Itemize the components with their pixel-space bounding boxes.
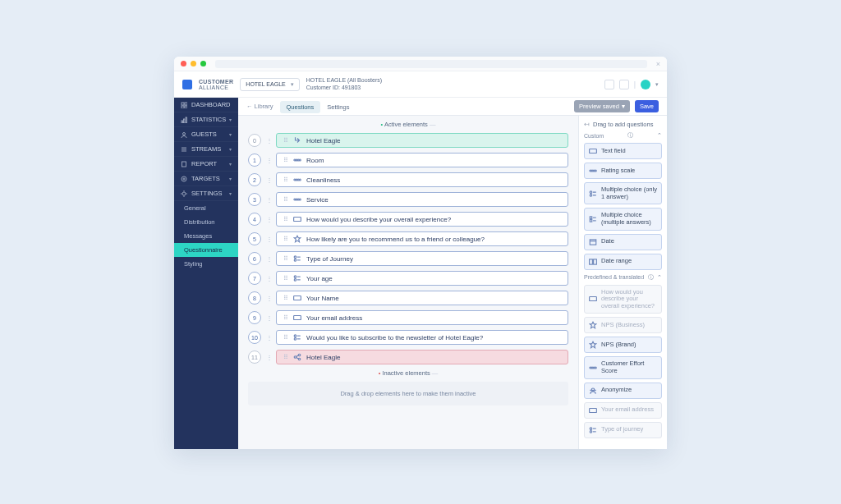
add-questions-heading: ↤ Drag to add questions	[584, 121, 662, 128]
block-label: Text field	[601, 148, 626, 155]
question-type-block[interactable]: Text field	[584, 143, 662, 159]
block-label: How would you describe your overall expe…	[601, 289, 657, 310]
preview-saved-button[interactable]: Preview saved ▾	[574, 100, 630, 112]
sidebar-item-statistics[interactable]: STATISTICS▾	[174, 112, 238, 127]
question-row: 4⋮⠿How would you describe your overall e…	[248, 212, 568, 227]
save-button[interactable]: Save	[635, 100, 659, 112]
question-type-block: Your email address	[584, 402, 662, 419]
question-type-block[interactable]: Customer Effort Score	[584, 356, 662, 378]
drag-dots-icon: ⠿	[283, 216, 288, 223]
multi-icon	[589, 215, 597, 223]
chevron-down-icon: ▾	[291, 81, 294, 88]
question-row: 0⋮⠿Hotel Eagle	[248, 133, 568, 148]
question-number: 5	[248, 232, 261, 245]
header-icon-1[interactable]	[604, 80, 614, 89]
question-card[interactable]: ⠿How would you describe your overall exp…	[276, 212, 568, 227]
question-type-block[interactable]: Date range	[584, 254, 662, 270]
question-number: 8	[248, 291, 261, 305]
question-card[interactable]: ⠿Your age	[276, 271, 568, 286]
tab-questions[interactable]: Questions	[280, 101, 321, 113]
question-card[interactable]: ⠿Room	[276, 153, 568, 167]
drag-icon: ↤	[584, 121, 590, 128]
text-icon	[293, 294, 301, 302]
sidebar-item-settings[interactable]: SETTINGS▾	[174, 186, 238, 201]
question-type-block[interactable]: Date	[584, 234, 662, 250]
sidebar-item-report[interactable]: REPORT▾	[174, 157, 238, 172]
inactive-drop-area[interactable]: Drag & drop elements here to make them i…	[248, 382, 568, 405]
question-number: 0	[248, 134, 261, 147]
question-card[interactable]: ⠿Service	[276, 192, 568, 207]
header-icon-2[interactable]	[619, 80, 629, 89]
question-card[interactable]: ⠿Your email address	[276, 310, 568, 325]
question-type-block[interactable]: Anonymize	[584, 383, 662, 399]
question-number: 7	[248, 272, 261, 285]
window-minimize-dot[interactable]	[191, 61, 196, 66]
svg-rect-46	[590, 259, 593, 263]
question-type-block[interactable]: Multiple choice (only 1 answer)	[584, 182, 662, 204]
question-card[interactable]: ⠿Type of Journey	[276, 251, 568, 266]
question-type-block[interactable]: Multiple choice (multiple answers)	[584, 208, 662, 230]
drag-handle-icon[interactable]: ⋮	[266, 157, 271, 164]
drag-handle-icon[interactable]: ⋮	[266, 275, 271, 282]
avatar-menu-chevron-icon[interactable]: ▾	[655, 81, 659, 88]
close-tab-icon[interactable]: ×	[656, 60, 660, 68]
question-type-block: Type of journey	[584, 422, 662, 438]
sidebar-subitem-general[interactable]: General	[174, 201, 238, 215]
question-card[interactable]: ⠿Would you like to subscribe to the news…	[276, 330, 568, 345]
window-titlebar: ×	[174, 57, 667, 71]
question-card[interactable]: ⠿Your Name	[276, 291, 568, 305]
drag-dots-icon: ⠿	[283, 354, 288, 361]
drag-handle-icon[interactable]: ⋮	[266, 295, 271, 302]
drag-handle-icon[interactable]: ⋮	[266, 216, 271, 223]
avatar[interactable]	[641, 80, 650, 89]
sidebar-item-guests[interactable]: GUESTS▾	[174, 127, 238, 142]
question-card[interactable]: ⠿Hotel Eagle	[276, 350, 568, 364]
sidebar-subitem-styling[interactable]: Styling	[174, 257, 238, 271]
drag-handle-icon[interactable]: ⋮	[266, 334, 271, 341]
drag-handle-icon[interactable]: ⋮	[266, 354, 271, 361]
tab-settings[interactable]: Settings	[320, 101, 356, 113]
question-type-block[interactable]: Rating scale	[584, 163, 662, 179]
single-icon	[293, 333, 301, 341]
svg-point-11	[182, 192, 186, 195]
tabs-row: ← Library QuestionsSettings Preview save…	[238, 98, 667, 116]
svg-point-28	[294, 279, 296, 282]
drag-handle-icon[interactable]: ⋮	[266, 255, 271, 263]
add-questions-panel: ↤ Drag to add questions Custom ⓘ ⌃ Text …	[578, 116, 667, 449]
guests-icon	[181, 131, 187, 138]
chevron-down-icon: ▾	[229, 176, 232, 181]
question-row: 1⋮⠿Room	[248, 153, 568, 167]
question-number: 10	[248, 331, 261, 344]
sidebar-item-targets[interactable]: TARGETS▾	[174, 172, 238, 186]
single-icon	[589, 426, 597, 434]
svg-rect-6	[186, 117, 187, 123]
block-label: Date	[601, 238, 614, 245]
svg-point-19	[299, 179, 301, 181]
sidebar-subitem-questionnaire[interactable]: Questionnaire	[174, 243, 238, 257]
drag-dots-icon: ⠿	[283, 137, 288, 144]
back-to-library-link[interactable]: ← Library	[246, 103, 273, 110]
group-toggle-custom[interactable]: Custom ⓘ ⌃	[584, 131, 662, 140]
sidebar-subitem-messages[interactable]: Messages	[174, 229, 238, 243]
drag-handle-icon[interactable]: ⋮	[266, 314, 271, 322]
block-label: Your email address	[601, 406, 654, 414]
window-zoom-dot[interactable]	[200, 61, 206, 66]
window-close-dot[interactable]	[181, 61, 186, 66]
sidebar-item-dashboard[interactable]: DASHBOARD	[174, 98, 238, 112]
question-card[interactable]: ⠿How likely are you to recommend us to a…	[276, 231, 568, 246]
sidebar-subitem-distribution[interactable]: Distribution	[174, 215, 238, 229]
drag-handle-icon[interactable]: ⋮	[266, 236, 271, 243]
drag-handle-icon[interactable]: ⋮	[266, 176, 271, 184]
group-toggle-predefined[interactable]: Predefined & translated ⓘ ⌃	[584, 273, 662, 282]
question-type-block[interactable]: NPS (Brand)	[584, 337, 662, 353]
question-card[interactable]: ⠿Hotel Eagle	[276, 133, 568, 148]
tenant-selector[interactable]: HOTEL EAGLE ▾	[240, 78, 299, 91]
svg-rect-5	[184, 119, 186, 123]
question-card[interactable]: ⠿Cleanliness	[276, 172, 568, 187]
sidebar-item-streams[interactable]: STREAMS▾	[174, 142, 238, 157]
svg-rect-45	[590, 239, 596, 244]
drag-handle-icon[interactable]: ⋮	[266, 196, 271, 204]
drag-handle-icon[interactable]: ⋮	[266, 137, 271, 144]
address-bar[interactable]	[215, 60, 647, 68]
svg-point-52	[595, 367, 596, 369]
